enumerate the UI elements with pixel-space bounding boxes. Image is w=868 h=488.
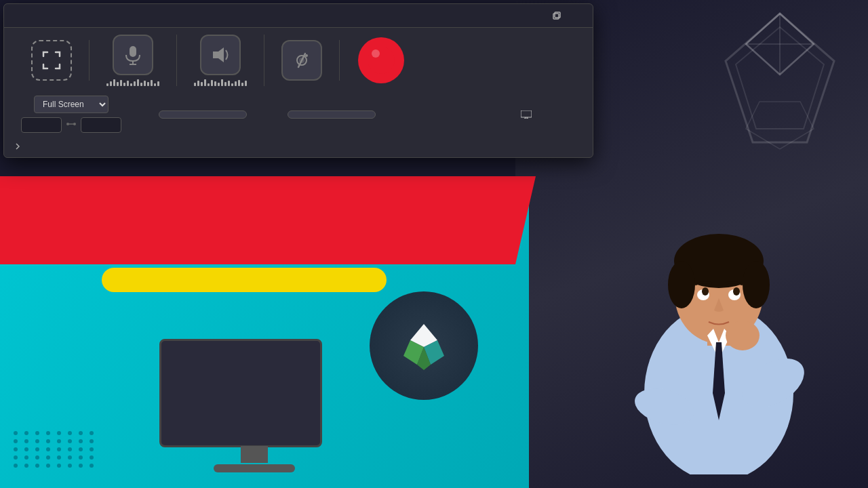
filmora-diamond-icon [397,319,451,373]
recorder-controls-row [4,28,593,93]
screen-fullscreen-dropdown: Full Screen [34,96,108,113]
speaker-volume-bars [194,78,247,86]
resolution-row [21,117,121,133]
microphone-dropdown[interactable] [159,110,247,119]
screen-label-section: Full Screen [14,96,138,133]
vol-bar-11 [140,83,142,86]
vol-bar-6 [123,83,125,86]
svol-bar-1 [194,83,196,86]
svg-point-15 [743,261,770,308]
person-image [590,136,848,474]
vol-bar-15 [154,83,156,86]
filmora-logo [370,291,478,400]
vol-bar-14 [151,80,153,86]
fullscreen-icon [41,49,62,71]
vol-bar-16 [157,81,159,86]
vol-bar-10 [137,79,139,86]
svg-rect-25 [553,14,559,19]
vol-bar-7 [127,81,129,86]
person-svg [600,149,837,474]
svol-bar-8 [218,83,220,86]
vol-bar-3 [113,79,115,86]
record-button[interactable] [357,36,406,85]
camera-off-icon [292,50,312,70]
svol-bar-2 [197,81,199,86]
monitor-stand [241,446,268,463]
svg-point-33 [305,54,308,57]
svg-point-36 [372,49,380,58]
svol-bar-6 [211,80,213,86]
microphone-section [90,35,177,86]
titlebar-icons [549,8,585,23]
width-input[interactable] [21,117,62,133]
svg-rect-27 [130,46,136,57]
recorder-window: Full Screen [3,3,593,158]
display-label-section [484,110,572,119]
svg-point-19 [733,287,740,296]
svol-bar-15 [241,83,243,86]
vol-bar-2 [110,81,112,86]
screen-mode-select[interactable]: Full Screen [34,96,108,113]
display-label [521,110,536,119]
svol-bar-12 [231,83,233,86]
svg-rect-26 [555,12,560,18]
vol-bar-5 [120,80,122,86]
microphone-label-section [138,110,267,119]
svg-point-23 [726,321,760,350]
svol-bar-13 [235,81,237,86]
svol-bar-9 [221,79,223,86]
svg-rect-39 [521,110,532,117]
camera-section [264,40,340,81]
speaker-label-section [267,110,396,119]
monitor-screen [159,339,322,447]
microphone-icon [123,45,143,65]
svg-point-14 [668,261,695,308]
settings-button[interactable] [14,142,26,150]
svol-bar-14 [238,80,240,86]
monitor-base [214,464,295,472]
monitor-illustration [159,339,349,472]
svol-bar-5 [208,83,210,86]
restore-button[interactable] [549,8,564,23]
settings-row [4,140,593,157]
svol-bar-7 [214,81,216,86]
speaker-dropdown[interactable] [288,110,376,119]
microphone-button[interactable] [113,35,153,75]
vol-bar-12 [144,81,146,86]
screen-capture-section [14,40,90,81]
svol-bar-3 [201,82,203,86]
recorder-titlebar [4,4,593,28]
svg-marker-30 [213,47,224,62]
recorder-labels-row: Full Screen [4,93,593,140]
vol-bar-9 [134,81,136,86]
vol-bar-8 [130,83,132,86]
monitor-small-icon [521,110,532,119]
svol-bar-16 [245,81,247,86]
chevron-right-icon [14,142,22,150]
camera-button[interactable] [281,40,322,81]
svg-point-37 [66,123,69,125]
vol-bar-4 [117,82,119,86]
svol-bar-11 [228,81,230,86]
svg-point-38 [73,123,76,125]
subtitle-pill [102,268,387,292]
main-title-container [0,176,529,190]
link-icon [66,119,77,131]
svg-point-35 [368,47,395,74]
svg-point-18 [702,287,709,296]
microphone-volume-bars [106,78,159,86]
close-button[interactable] [570,8,585,23]
speaker-icon [210,45,231,65]
speaker-button[interactable] [200,35,241,75]
svol-bar-4 [204,79,206,86]
vol-bar-1 [106,83,108,86]
record-section [340,36,422,85]
vol-bar-13 [147,82,149,86]
height-input[interactable] [81,117,121,133]
svol-bar-10 [224,82,226,86]
screen-capture-button[interactable] [31,40,72,81]
record-icon [357,36,406,85]
speaker-section [177,35,264,86]
dots-decoration: // Generate dots const dotsEl = document… [14,431,96,468]
